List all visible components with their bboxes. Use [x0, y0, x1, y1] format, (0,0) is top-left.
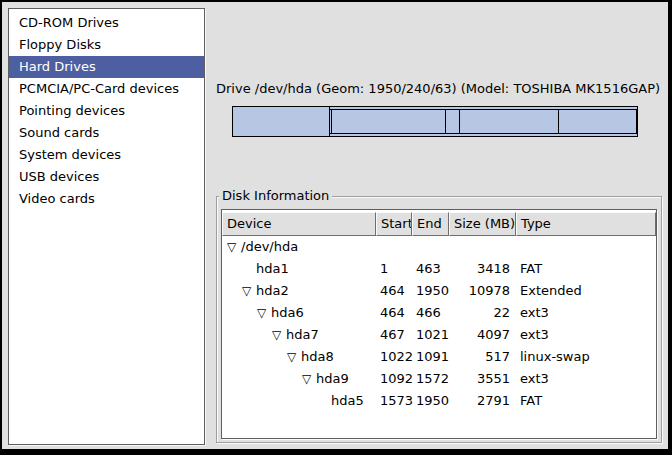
start-cell: 464	[376, 302, 412, 324]
disk-information-title: Disk Information	[219, 188, 332, 203]
device-cell: hda1	[222, 258, 376, 280]
device-name: hda2	[256, 280, 289, 302]
partition-boundary-hda8	[459, 110, 460, 133]
expander-icon[interactable]: ▽	[300, 368, 313, 390]
table-row-hda8[interactable]: ▽hda810221091517linux-swap	[222, 346, 656, 368]
column-header-start[interactable]: Start	[376, 212, 412, 236]
type-cell: ext3	[516, 324, 656, 346]
device-cell: ▽hda9	[222, 368, 376, 390]
tree-indent	[225, 291, 240, 292]
partition-bar	[232, 106, 638, 137]
sidebar-item-sound-cards[interactable]: Sound cards	[9, 122, 204, 144]
type-cell: Extended	[516, 280, 656, 302]
start-cell: 1573	[376, 390, 412, 412]
device-cell: ▽hda6	[222, 302, 376, 324]
expander-icon[interactable]: ▽	[255, 302, 268, 324]
start-cell: 464	[376, 280, 412, 302]
end-cell: 1950	[412, 390, 449, 412]
expander-icon[interactable]: ▽	[270, 324, 283, 346]
tree-indent	[225, 313, 255, 314]
table-row-dev-hda[interactable]: ▽/dev/hda	[222, 236, 656, 258]
tree-indent	[225, 269, 240, 270]
type-cell	[516, 236, 656, 258]
drive-summary-label: Drive /dev/hda (Geom: 1950/240/63) (Mode…	[216, 81, 658, 96]
start-cell	[376, 236, 412, 258]
end-cell: 1091	[412, 346, 449, 368]
end-cell: 1950	[412, 280, 449, 302]
table-row-hda1[interactable]: hda114633418FAT	[222, 258, 656, 280]
disk-table: DeviceStartEndSize (MB)Type ▽/dev/hdahda…	[221, 209, 657, 439]
size-cell: 3551	[449, 368, 516, 390]
tree-indent	[225, 401, 315, 402]
type-cell: linux-swap	[516, 346, 656, 368]
size-cell: 517	[449, 346, 516, 368]
disk-table-header: DeviceStartEndSize (MB)Type	[222, 212, 656, 236]
expander-icon[interactable]: ▽	[240, 280, 253, 302]
table-row-hda6[interactable]: ▽hda646446622ext3	[222, 302, 656, 324]
column-header-type[interactable]: Type	[516, 212, 656, 236]
type-cell: FAT	[516, 258, 656, 280]
end-cell: 466	[412, 302, 449, 324]
extended-partition-box	[329, 109, 637, 134]
sidebar-item-video-cards[interactable]: Video cards	[9, 188, 204, 210]
device-name: hda8	[301, 346, 334, 368]
size-cell: 22	[449, 302, 516, 324]
sidebar-item-cd-rom-drives[interactable]: CD-ROM Drives	[9, 12, 204, 34]
table-row-hda7[interactable]: ▽hda746710214097ext3	[222, 324, 656, 346]
partition-boundary-hda6	[331, 110, 332, 133]
start-cell: 1092	[376, 368, 412, 390]
partition-boundary-hda7	[445, 110, 446, 133]
end-cell: 1021	[412, 324, 449, 346]
device-cell: ▽hda8	[222, 346, 376, 368]
column-header-size-mb[interactable]: Size (MB)	[449, 212, 516, 236]
table-row-hda9[interactable]: ▽hda9109215723551ext3	[222, 368, 656, 390]
start-cell: 467	[376, 324, 412, 346]
device-name: hda5	[331, 390, 364, 412]
type-cell: ext3	[516, 302, 656, 324]
sidebar-item-pointing-devices[interactable]: Pointing devices	[9, 100, 204, 122]
expander-icon[interactable]: ▽	[225, 236, 238, 258]
device-category-list: CD-ROM DrivesFloppy DisksHard DrivesPCMC…	[8, 8, 205, 445]
end-cell: 1572	[412, 368, 449, 390]
sidebar-item-hard-drives[interactable]: Hard Drives	[9, 56, 204, 78]
column-header-device[interactable]: Device	[222, 212, 376, 236]
type-cell: FAT	[516, 390, 656, 412]
hardware-browser-window: CD-ROM DrivesFloppy DisksHard DrivesPCMC…	[0, 0, 672, 455]
table-row-hda2[interactable]: ▽hda2464195010978Extended	[222, 280, 656, 302]
sidebar-item-system-devices[interactable]: System devices	[9, 144, 204, 166]
sidebar-item-pcmcia-pc-card-devices[interactable]: PCMCIA/PC-Card devices	[9, 78, 204, 100]
size-cell: 10978	[449, 280, 516, 302]
device-name: /dev/hda	[241, 236, 298, 258]
sidebar-item-floppy-disks[interactable]: Floppy Disks	[9, 34, 204, 56]
type-cell: ext3	[516, 368, 656, 390]
disk-table-body: ▽/dev/hdahda114633418FAT▽hda246419501097…	[222, 236, 656, 412]
device-name: hda1	[256, 258, 289, 280]
device-name: hda7	[286, 324, 319, 346]
device-name: hda6	[271, 302, 304, 324]
size-cell	[449, 236, 516, 258]
start-cell: 1022	[376, 346, 412, 368]
expander-icon[interactable]: ▽	[285, 346, 298, 368]
device-cell: hda5	[222, 390, 376, 412]
tree-indent	[225, 335, 270, 336]
table-row-hda5[interactable]: hda5157319502791FAT	[222, 390, 656, 412]
device-cell: ▽hda7	[222, 324, 376, 346]
device-cell: ▽/dev/hda	[222, 236, 376, 258]
size-cell: 3418	[449, 258, 516, 280]
start-cell: 1	[376, 258, 412, 280]
tree-indent	[225, 357, 285, 358]
device-name: hda9	[316, 368, 349, 390]
end-cell: 463	[412, 258, 449, 280]
partition-boundary-hda9	[558, 110, 559, 133]
disk-information-group: Disk Information DeviceStartEndSize (MB)…	[216, 196, 662, 443]
sidebar-item-usb-devices[interactable]: USB devices	[9, 166, 204, 188]
column-header-end[interactable]: End	[412, 212, 449, 236]
device-cell: ▽hda2	[222, 280, 376, 302]
size-cell: 4097	[449, 324, 516, 346]
tree-indent	[225, 379, 300, 380]
end-cell	[412, 236, 449, 258]
size-cell: 2791	[449, 390, 516, 412]
